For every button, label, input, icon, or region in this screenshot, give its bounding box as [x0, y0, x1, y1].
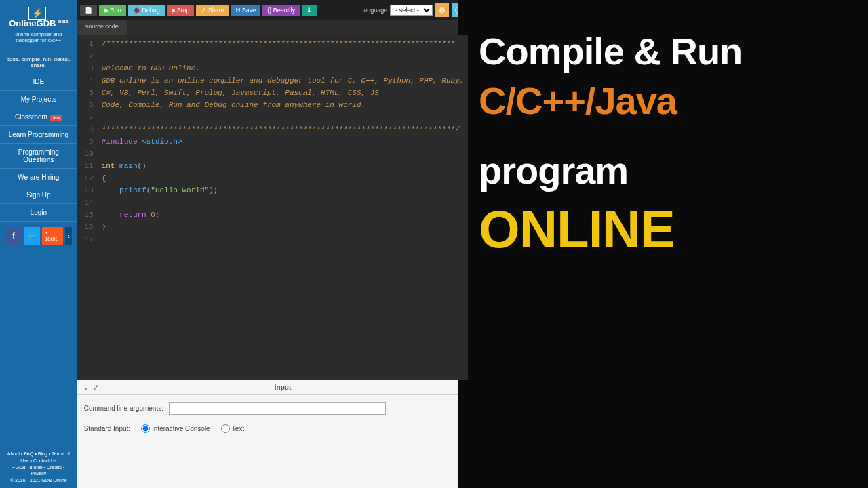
footer-links-1[interactable]: About • FAQ • Blog • Terms of Use • Cont…: [4, 451, 73, 464]
input-body: Command line arguments: Standard Input: …: [77, 395, 469, 440]
code-line[interactable]: int main(): [102, 160, 465, 172]
tab-source[interactable]: source code: [77, 20, 127, 35]
radio-text-label: Text: [232, 425, 244, 432]
promo-panel: Compile & Run C/C++/Java program ONLINE: [458, 0, 868, 488]
stop-button[interactable]: ■ Stop: [167, 5, 194, 16]
code-line[interactable]: /***************************************…: [102, 38, 465, 50]
sidebar-item-ide[interactable]: IDE: [0, 73, 77, 91]
toolbar: 📄 ▶ Run 🐞 Debug ■ Stop ↗ Share H Save {}…: [77, 0, 469, 20]
input-panel: ⌄ ⤢ input Command line arguments: Standa…: [77, 380, 469, 488]
promo-line-2: C/C++/Java: [479, 77, 848, 126]
sidebar-item-we-are-hiring[interactable]: We are Hiring: [0, 169, 77, 186]
settings-icon[interactable]: ⚙: [435, 3, 449, 17]
code-line[interactable]: [102, 233, 465, 245]
code-area[interactable]: /***************************************…: [98, 35, 469, 380]
sidebar-item-programming-questions[interactable]: Programming Questions: [0, 144, 77, 169]
code-line[interactable]: Welcome to GDB Online.: [102, 62, 465, 75]
expand-icon[interactable]: ⤢: [93, 383, 99, 392]
radio-interactive[interactable]: Interactive Console: [141, 424, 210, 433]
sidebar-footer: About • FAQ • Blog • Terms of Use • Cont…: [0, 447, 77, 488]
new-file-button[interactable]: 📄: [80, 5, 97, 16]
code-line[interactable]: [102, 111, 465, 123]
promo-line-1: Compile & Run: [479, 27, 848, 77]
beautify-button[interactable]: {} Beautify: [262, 5, 300, 16]
logo-area: ⚡ OnlineGDB beta online compiler and deb…: [0, 0, 77, 52]
language-label: Language: [360, 7, 387, 14]
code-line[interactable]: printf("Hello World");: [102, 184, 465, 197]
promo-line-4: ONLINE: [479, 195, 848, 264]
cmd-args-input[interactable]: [169, 402, 386, 415]
cmd-args-label: Command line arguments:: [84, 405, 163, 412]
code-line[interactable]: }: [102, 221, 465, 233]
radio-text[interactable]: Text: [221, 424, 244, 433]
app-window: ⚡ OnlineGDB beta online compiler and deb…: [0, 0, 458, 488]
subscribe-button[interactable]: + 180K: [42, 227, 64, 245]
social-row: f 🐦 + 180K ‹: [0, 222, 77, 250]
code-line[interactable]: ****************************************…: [102, 123, 465, 136]
code-line[interactable]: C#, VB, Perl, Swift, Prolog, Javascript,…: [102, 87, 465, 99]
sidebar-item-login[interactable]: Login: [0, 204, 77, 222]
cmd-args-row: Command line arguments:: [84, 402, 462, 415]
sidebar-item-sign-up[interactable]: Sign Up: [0, 186, 77, 204]
debug-button[interactable]: 🐞 Debug: [128, 5, 165, 16]
footer-links-2[interactable]: • GDB Tutorial • Credits • Privacy: [4, 464, 73, 478]
logo-title: ⚡ OnlineGDB beta: [5, 8, 72, 28]
run-button[interactable]: ▶ Run: [99, 5, 126, 16]
radio-interactive-label: Interactive Console: [152, 425, 210, 432]
input-title: input: [103, 384, 463, 391]
collapse-sidebar-button[interactable]: ‹: [65, 227, 71, 245]
beta-tag: beta: [58, 19, 68, 24]
language-selector-area: Language - select - ⚙ ⓘ: [360, 3, 465, 17]
download-button[interactable]: ⬇: [302, 5, 317, 16]
stdin-label: Standard Input:: [84, 425, 130, 432]
twitter-icon[interactable]: 🐦: [24, 227, 40, 245]
line-numbers: 1234567891011121314151617: [77, 35, 98, 380]
sidebar: ⚡ OnlineGDB beta online compiler and deb…: [0, 0, 77, 488]
sidebar-item-classroom[interactable]: Classroomnew: [0, 108, 77, 126]
new-badge: new: [50, 115, 62, 121]
main-panel: 📄 ▶ Run 🐞 Debug ■ Stop ↗ Share H Save {}…: [77, 0, 469, 488]
stdin-row: Standard Input: Interactive Console Text: [84, 424, 462, 433]
code-line[interactable]: GDB online is an online compiler and deb…: [102, 75, 465, 87]
code-line[interactable]: [102, 197, 465, 209]
share-button[interactable]: ↗ Share: [196, 5, 229, 16]
language-select[interactable]: - select -: [390, 5, 433, 16]
save-button[interactable]: H Save: [231, 5, 261, 16]
code-line[interactable]: #include <stdio.h>: [102, 136, 465, 148]
code-line[interactable]: Code, Compile, Run and Debug online from…: [102, 99, 465, 111]
logo-subtitle: online compiler and debugger for c/c++: [5, 31, 72, 43]
code-line[interactable]: return 0;: [102, 209, 465, 221]
radio-text-input[interactable]: [221, 424, 230, 433]
chevron-down-icon[interactable]: ⌄: [83, 383, 89, 392]
radio-interactive-input[interactable]: [141, 424, 150, 433]
copyright: © 2016 - 2021 GDB Online: [4, 477, 73, 484]
logo-text: OnlineGDB: [9, 18, 56, 28]
input-header: ⌄ ⤢ input: [77, 380, 469, 395]
tab-bar: source code: [77, 20, 469, 35]
promo-line-3: program: [479, 146, 848, 196]
sidebar-item-my-projects[interactable]: My Projects: [0, 91, 77, 108]
code-line[interactable]: [102, 148, 465, 160]
code-line[interactable]: {: [102, 172, 465, 184]
facebook-icon[interactable]: f: [5, 227, 22, 245]
code-editor[interactable]: 1234567891011121314151617 /*************…: [77, 35, 469, 380]
code-line[interactable]: [102, 50, 465, 62]
tagline: code. compile. run. debug. share.: [0, 52, 77, 73]
sidebar-item-learn-programming[interactable]: Learn Programming: [0, 126, 77, 144]
